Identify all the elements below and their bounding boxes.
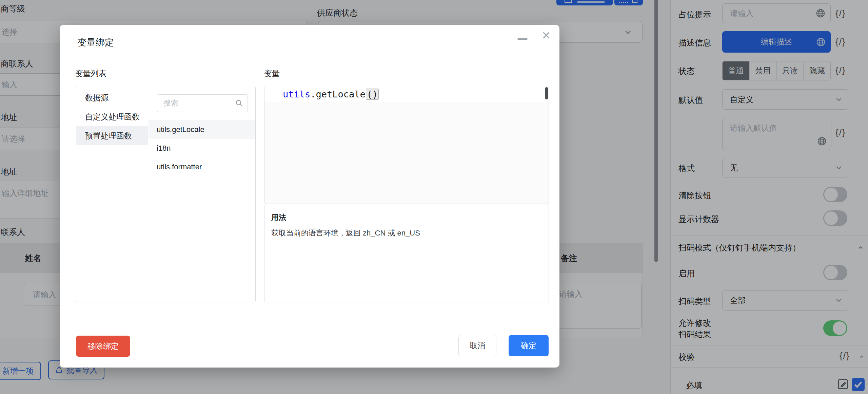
category-custom-functions[interactable]: 自定义处理函数 [76, 107, 148, 126]
cancel-label: 取消 [470, 340, 485, 351]
close-icon[interactable] [540, 30, 552, 41]
minimize-icon[interactable] [517, 38, 528, 40]
list-item-utils-formatter[interactable]: utils.formatter [149, 157, 256, 176]
usage-panel: 用法 获取当前的语言环境，返回 zh_CN 或 en_US [264, 204, 549, 302]
search-box [157, 94, 248, 112]
variable-label: 变量 [264, 68, 280, 79]
code-dot: . [310, 89, 316, 99]
remove-binding-label: 移除绑定 [87, 341, 119, 352]
category-datasource[interactable]: 数据源 [76, 88, 148, 107]
variable-list-label: 变量列表 [75, 68, 106, 79]
confirm-label: 确定 [521, 340, 536, 351]
usage-description: 获取当前的语言环境，返回 zh_CN 或 en_US [271, 228, 420, 238]
cancel-button[interactable]: 取消 [458, 335, 496, 356]
code-parens: () [366, 89, 379, 100]
confirm-button[interactable]: 确定 [509, 335, 549, 356]
dialog-title: 变量绑定 [77, 36, 114, 49]
screen: 商等级 选择 供应商状态 商联系人 输入 地址 请选择 地址 输入详细地址 联系… [0, 0, 868, 394]
search-icon [235, 99, 243, 108]
category-preset-functions[interactable]: 预置处理函数 [76, 126, 148, 145]
search-input[interactable] [163, 98, 235, 108]
variable-list-panel: 数据源 自定义处理函数 预置处理函数 utils.getLocale i18n … [76, 86, 256, 302]
code-keyword: utils [283, 89, 310, 99]
variable-binding-dialog: 变量绑定 变量列表 变量 数据源 自定义处理函数 预置处理函数 utils.ge… [60, 25, 559, 368]
variable-code-editor[interactable]: utils.getLocale() [264, 86, 549, 204]
category-column: 数据源 自定义处理函数 预置处理函数 [76, 86, 148, 302]
list-item-i18n[interactable]: i18n [149, 139, 256, 157]
usage-title: 用法 [271, 212, 286, 223]
editor-scrollbar[interactable] [545, 87, 548, 99]
remove-binding-button[interactable]: 移除绑定 [76, 336, 130, 357]
code-method: getLocale [316, 89, 366, 99]
code-line: utils.getLocale() [264, 86, 549, 102]
list-item-utils-getlocale[interactable]: utils.getLocale [149, 120, 256, 139]
